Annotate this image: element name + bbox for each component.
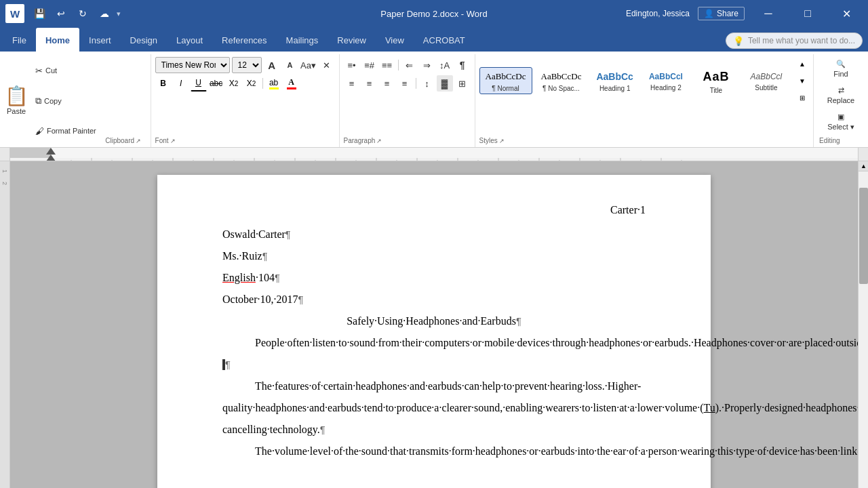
style-no-space[interactable]: AaBbCcDc ¶ No Spac... bbox=[535, 67, 588, 94]
paragraph-1: People·often·listen·to·sound·from·their·… bbox=[222, 332, 646, 375]
vertical-scrollbar[interactable]: ▲ ▼ bbox=[858, 161, 868, 488]
page-header: Carter·1 bbox=[610, 199, 646, 221]
paragraph-3: The·volume·level·of·the·sound·that·trans… bbox=[222, 441, 646, 462]
autosave-button[interactable]: ☁ bbox=[95, 4, 114, 23]
select-button[interactable]: ▣ Select ▾ bbox=[819, 110, 863, 134]
tabs-row: File Home Insert Design Layout Reference… bbox=[0, 27, 868, 52]
undo-button[interactable]: ↩ bbox=[52, 4, 71, 23]
cut-icon: ✂ bbox=[35, 66, 43, 76]
scroll-up-button[interactable]: ▲ bbox=[859, 161, 868, 171]
styles-scroll-up[interactable]: ▲ bbox=[797, 58, 808, 69]
tab-design[interactable]: Design bbox=[121, 28, 167, 52]
document-scroll[interactable]: Carter·1 Oswald·Carter¶ Ms.·Ruiz¶ Englis… bbox=[10, 161, 858, 488]
italic-button[interactable]: I bbox=[173, 75, 189, 92]
bullets-button[interactable]: ≡• bbox=[344, 57, 360, 73]
tab-home[interactable]: Home bbox=[36, 28, 79, 52]
window-title: Paper Demo 2.docx - Word bbox=[291, 9, 576, 19]
style-normal[interactable]: AaBbCcDc ¶ Normal bbox=[479, 67, 532, 94]
cut-button[interactable]: ✂ Cut bbox=[33, 64, 99, 77]
font-color-button[interactable]: A bbox=[283, 75, 300, 92]
close-button[interactable]: ✕ bbox=[831, 0, 863, 27]
highlight-button[interactable]: ab bbox=[266, 75, 282, 92]
copy-button[interactable]: ⧉ Copy bbox=[33, 94, 99, 108]
ruler-left-margin bbox=[0, 148, 10, 161]
replace-icon: ⇄ bbox=[838, 86, 844, 95]
clear-format-button[interactable]: ✕ bbox=[319, 57, 335, 73]
align-right-button[interactable]: ≡ bbox=[379, 75, 395, 92]
find-button[interactable]: 🔍 Find bbox=[819, 57, 863, 81]
paragraph-2: The·features·of·certain·headphones·and·e… bbox=[222, 375, 646, 441]
styles-group-label: Styles bbox=[479, 137, 498, 144]
font-shrink-button[interactable]: A bbox=[282, 57, 298, 73]
multilevel-button[interactable]: ≡≡ bbox=[379, 57, 395, 73]
left-margin: 1 2 bbox=[0, 161, 10, 488]
decrease-indent-button[interactable]: ⇐ bbox=[401, 57, 418, 73]
styles-launcher[interactable]: ↗ bbox=[499, 138, 505, 144]
tab-references[interactable]: References bbox=[212, 28, 276, 52]
font-launcher[interactable]: ↗ bbox=[170, 138, 176, 144]
style-subtitle[interactable]: AaBbCcl Subtitle bbox=[743, 68, 790, 94]
paragraph-launcher[interactable]: ↗ bbox=[376, 138, 382, 144]
superscript-button[interactable]: X2 bbox=[243, 75, 260, 92]
underline-button[interactable]: U bbox=[191, 75, 207, 92]
tab-insert[interactable]: Insert bbox=[79, 28, 121, 52]
format-painter-icon: 🖌 bbox=[35, 126, 44, 136]
justify-button[interactable]: ≡ bbox=[397, 75, 413, 92]
style-title[interactable]: AaB Title bbox=[692, 65, 740, 96]
style-heading2[interactable]: AaBbCcl Heading 2 bbox=[642, 68, 690, 94]
styles-more[interactable]: ⊞ bbox=[797, 92, 808, 103]
styles-scroll-down[interactable]: ▼ bbox=[797, 75, 808, 86]
replace-button[interactable]: ⇄ Replace bbox=[819, 83, 863, 107]
date-line: October·10,·2017¶ bbox=[222, 289, 646, 310]
tab-acrobat[interactable]: ACROBAT bbox=[414, 28, 475, 52]
ruler-content bbox=[10, 148, 858, 161]
tab-file[interactable]: File bbox=[3, 28, 36, 52]
shading-button[interactable]: ▓ bbox=[437, 75, 453, 92]
svg-rect-1 bbox=[10, 158, 858, 161]
font-grow-button[interactable]: A bbox=[264, 57, 280, 73]
font-size-select[interactable]: 12 bbox=[232, 57, 262, 73]
font-name-select[interactable]: Times New Roman bbox=[155, 57, 230, 73]
style-heading1[interactable]: AaBbCc Heading 1 bbox=[590, 67, 639, 95]
paste-button[interactable]: 📋 Paste bbox=[3, 56, 30, 146]
tab-mailings[interactable]: Mailings bbox=[277, 28, 328, 52]
bold-button[interactable]: B bbox=[155, 75, 172, 92]
styles-group: AaBbCcDc ¶ Normal AaBbCcDc ¶ No Spac... … bbox=[475, 54, 814, 147]
ruler bbox=[0, 148, 868, 161]
align-left-button[interactable]: ≡ bbox=[344, 75, 360, 92]
sort-button[interactable]: ↕A bbox=[437, 57, 453, 73]
strikethrough-button[interactable]: abc bbox=[208, 75, 224, 92]
clipboard-group: 📋 Paste ✂ Cut ⧉ Copy 🖌 Format Painter Cl bbox=[0, 54, 151, 147]
borders-button[interactable]: ⊞ bbox=[454, 75, 471, 92]
tab-view[interactable]: View bbox=[376, 28, 414, 52]
editing-group: 🔍 Find ⇄ Replace ▣ Select ▾ Editing bbox=[814, 54, 868, 147]
document-area: 1 2 Carter·1 Oswald·Carter¶ Ms.·Ruiz¶ En… bbox=[0, 161, 868, 488]
scroll-thumb[interactable] bbox=[859, 188, 868, 284]
tell-me-input[interactable]: 💡 Tell me what you want to do... bbox=[726, 33, 863, 49]
share-button[interactable]: 👤 Share bbox=[698, 7, 745, 20]
clipboard-launcher[interactable]: ↗ bbox=[136, 138, 141, 144]
paragraph-group-label: Paragraph bbox=[344, 137, 376, 144]
document-text[interactable]: Oswald·Carter¶ Ms.·Ruiz¶ English·104¶ Oc… bbox=[222, 224, 646, 462]
tab-review[interactable]: Review bbox=[328, 28, 376, 52]
minimize-button[interactable]: ─ bbox=[753, 0, 784, 27]
title-line: Safely·Using·Headphones·and·Earbuds¶ bbox=[222, 310, 646, 332]
format-painter-button[interactable]: 🖌 Format Painter bbox=[33, 125, 99, 138]
change-case-button[interactable]: Aa▾ bbox=[300, 57, 317, 73]
tab-layout[interactable]: Layout bbox=[167, 28, 212, 52]
show-formatting-button[interactable]: ¶ bbox=[454, 57, 471, 73]
restore-button[interactable]: □ bbox=[792, 0, 823, 27]
align-center-button[interactable]: ≡ bbox=[361, 75, 378, 92]
redo-button[interactable]: ↻ bbox=[73, 4, 92, 23]
line-spacing-button[interactable]: ↕ bbox=[419, 75, 435, 92]
scroll-track[interactable] bbox=[859, 171, 868, 488]
copy-icon: ⧉ bbox=[35, 96, 41, 106]
subscript-button[interactable]: X2 bbox=[226, 75, 242, 92]
find-icon: 🔍 bbox=[836, 60, 846, 68]
word-logo: W bbox=[5, 4, 24, 23]
select-icon: ▣ bbox=[837, 113, 844, 121]
ribbon: File Home Insert Design Layout Reference… bbox=[0, 27, 868, 148]
numbering-button[interactable]: ≡# bbox=[361, 57, 378, 73]
increase-indent-button[interactable]: ⇒ bbox=[419, 57, 435, 73]
save-button[interactable]: 💾 bbox=[30, 4, 49, 23]
